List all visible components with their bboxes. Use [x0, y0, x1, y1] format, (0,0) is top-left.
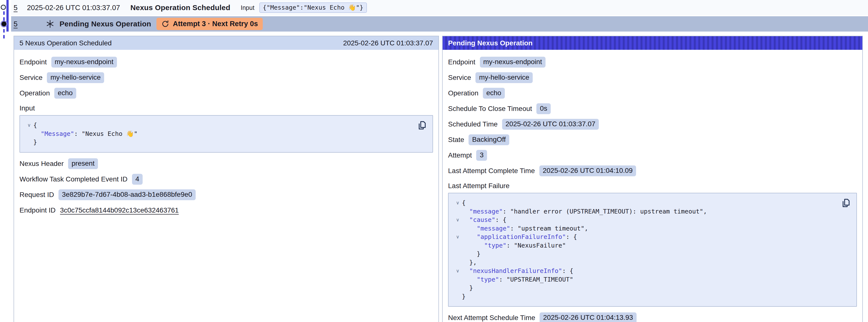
- code-line: ∨{: [454, 199, 851, 207]
- code-text: }: [462, 250, 480, 258]
- code-text: "nexusHandlerFailureInfo": {: [462, 267, 574, 276]
- detail-row-state: StateBackingOff: [448, 134, 857, 146]
- field-value-badge: my-nexus-endpoint: [51, 57, 117, 68]
- collapse-chevron-icon[interactable]: ∨: [454, 216, 462, 224]
- field-value-badge: 3e829b7e-7d67-4b08-aad3-b1e868bfe9e0: [59, 189, 196, 200]
- field-label: Endpoint: [20, 58, 47, 66]
- code-line: "message": "handler error (UPSTREAM_TIME…: [454, 207, 851, 216]
- field-label: State: [448, 136, 464, 144]
- field-value-badge: my-nexus-endpoint: [480, 57, 546, 68]
- field-label: Last Attempt Complete Time: [448, 167, 535, 175]
- detail-row-endpoint: Endpointmy-nexus-endpoint: [20, 57, 433, 68]
- code-line: ∨ "cause": {: [454, 216, 851, 224]
- code-line: "message": "upstream timeout",: [454, 224, 851, 233]
- pending-event-title: Pending Nexus Operation: [59, 20, 151, 28]
- field-value-badge: BackingOff: [469, 134, 509, 145]
- event-input-preview-badge[interactable]: {"Message":"Nexus Echo 👋"}: [259, 2, 367, 13]
- code-line: "type": "NexusFailure": [454, 242, 851, 250]
- scheduled-panel-timestamp: 2025-02-26 UTC 01:03:37.07: [343, 39, 433, 47]
- field-value-badge: 4: [132, 174, 143, 185]
- detail-row-service: Servicemy-hello-service: [448, 72, 857, 83]
- scheduled-fields-top: Endpointmy-nexus-endpointServicemy-hello…: [20, 57, 433, 99]
- event-title: Nexus Operation Scheduled: [130, 3, 230, 12]
- code-text: }: [462, 292, 466, 301]
- detail-row-schedule-to-close-timeout: Schedule To Close Timeout0s: [448, 103, 857, 115]
- endpoint-id-link[interactable]: 3c0c75ccfa8144b092c13ce632463761: [60, 206, 179, 214]
- failure-json-viewer: ∨{ "message": "handler error (UPSTREAM_T…: [448, 193, 857, 307]
- event-timestamp: 2025-02-26 UTC 01:03:37.07: [27, 4, 120, 12]
- detail-row-operation: Operationecho: [448, 88, 857, 99]
- code-text: "cause": {: [462, 216, 506, 224]
- collapse-chevron-icon[interactable]: ∨: [454, 199, 462, 207]
- detail-row-request-id: Request ID3e829b7e-7d67-4b08-aad3-b1e868…: [20, 189, 433, 200]
- field-value-badge: echo: [483, 88, 505, 99]
- code-text: "message": "upstream timeout",: [462, 224, 588, 233]
- field-value-badge: 2025-02-26 UTC 01:04:10.09: [539, 165, 636, 176]
- code-line: "Message": "Nexus Echo 👋": [25, 130, 428, 138]
- field-label: Service: [20, 74, 42, 82]
- failure-section-label: Last Attempt Failure: [448, 182, 857, 190]
- field-label: Service: [448, 74, 471, 82]
- code-text: "type": "UPSTREAM_TIMEOUT": [462, 276, 574, 284]
- code-text: },: [462, 258, 477, 267]
- field-label: Schedule To Close Timeout: [448, 105, 532, 113]
- timeline-node-open-icon: [1, 5, 6, 10]
- detail-row-scheduled-time: Scheduled Time2025-02-26 UTC 01:03:37.07: [448, 119, 857, 130]
- timeline-node-current-icon: [1, 22, 6, 26]
- field-value-badge: 0s: [536, 103, 551, 114]
- attempt-retry-text: Attempt 3 · Next Retry 0s: [173, 20, 258, 28]
- code-line: },: [454, 258, 851, 267]
- copy-icon[interactable]: [417, 120, 427, 131]
- field-label: Operation: [448, 89, 478, 97]
- field-label: Endpoint: [448, 58, 475, 66]
- field-value-badge: 2025-02-26 UTC 01:03:37.07: [502, 119, 599, 130]
- field-label: Next Attempt Schedule Time: [448, 314, 535, 322]
- detail-row-next-attempt-schedule-time: Next Attempt Schedule Time2025-02-26 UTC…: [448, 312, 857, 322]
- pending-panel-header: Pending Nexus Operation: [443, 36, 862, 50]
- event-row-pending[interactable]: 5 Pending Nexus Operation Attempt 3 · Ne…: [11, 16, 868, 32]
- code-line: ∨ "nexusHandlerFailureInfo": {: [454, 267, 851, 276]
- event-id-link[interactable]: 5: [13, 20, 18, 28]
- code-line: "type": "UPSTREAM_TIMEOUT": [454, 276, 851, 284]
- scheduled-panel-title: 5 Nexus Operation Scheduled: [20, 39, 112, 47]
- pending-operation-panel: Pending Nexus Operation Endpointmy-nexus…: [442, 36, 863, 322]
- field-label: Nexus Header: [20, 160, 64, 168]
- code-line: }: [25, 138, 428, 147]
- code-line: }: [454, 284, 851, 292]
- collapse-chevron-icon[interactable]: ∨: [25, 121, 33, 130]
- code-text: }: [462, 284, 473, 292]
- code-text: }: [33, 138, 37, 147]
- collapse-chevron-icon[interactable]: ∨: [454, 233, 462, 242]
- event-input-label: Input: [241, 4, 255, 11]
- detail-row-workflow-task-completed-event-id: Workflow Task Completed Event ID4: [20, 173, 433, 185]
- input-section-label: Input: [20, 104, 433, 112]
- pending-fields-top: Endpointmy-nexus-endpointServicemy-hello…: [448, 57, 857, 176]
- event-id-link[interactable]: 5: [13, 4, 18, 12]
- event-row-scheduled[interactable]: 5 2025-02-26 UTC 01:03:37.07 Nexus Opera…: [11, 0, 868, 15]
- collapse-chevron-icon[interactable]: ∨: [454, 267, 462, 276]
- field-label: Operation: [20, 89, 50, 97]
- detail-row-last-attempt-complete-time: Last Attempt Complete Time2025-02-26 UTC…: [448, 165, 857, 176]
- pending-fields-bottom: Next Attempt Schedule Time2025-02-26 UTC…: [448, 312, 857, 322]
- detail-row-nexus-header: Nexus Headerpresent: [20, 158, 433, 169]
- pending-asterisk-icon: [45, 20, 55, 28]
- detail-row-operation: Operationecho: [20, 88, 433, 99]
- input-json-viewer: ∨{ "Message": "Nexus Echo 👋"}: [20, 115, 433, 153]
- timeline-active-bar: [6, 0, 9, 32]
- attempt-retry-badge: Attempt 3 · Next Retry 0s: [156, 18, 263, 30]
- copy-icon[interactable]: [841, 198, 850, 208]
- field-value-badge: my-hello-service: [475, 72, 533, 83]
- field-label: Endpoint ID: [20, 206, 56, 214]
- pending-panel-title: Pending Nexus Operation: [448, 39, 532, 47]
- code-text: {: [462, 199, 466, 207]
- field-value-badge: echo: [54, 88, 76, 99]
- field-label: Request ID: [20, 191, 54, 199]
- code-line: }: [454, 292, 851, 301]
- detail-row-service: Servicemy-hello-service: [20, 72, 433, 83]
- detail-row-endpoint-id: Endpoint ID3c0c75ccfa8144b092c13ce632463…: [20, 205, 433, 216]
- field-label: Workflow Task Completed Event ID: [20, 175, 128, 183]
- field-label: Attempt: [448, 151, 472, 159]
- field-value-badge: present: [68, 158, 98, 169]
- code-text: "type": "NexusFailure": [462, 242, 566, 250]
- scheduled-panel-header: 5 Nexus Operation Scheduled 2025-02-26 U…: [14, 36, 438, 50]
